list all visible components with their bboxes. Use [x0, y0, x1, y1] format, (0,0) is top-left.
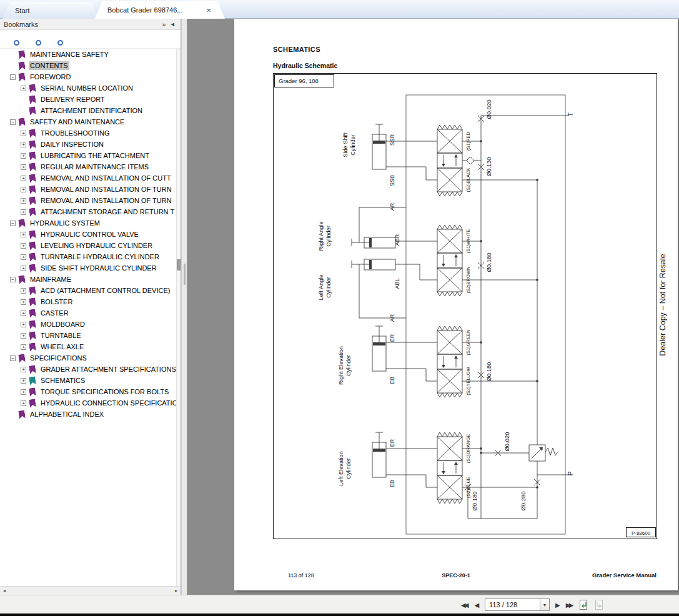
vertical-scroll-thumb[interactable]: [177, 259, 181, 271]
tab-close-icon[interactable]: ×: [205, 6, 212, 14]
bookmark-expander[interactable]: +: [21, 131, 26, 136]
bookmark-item[interactable]: + WHEEL AXLE: [0, 341, 177, 352]
bookmark-item[interactable]: MAINTENANCE SAFETY: [0, 49, 177, 60]
previous-view-button[interactable]: [579, 599, 589, 610]
bookmark-expander[interactable]: +: [21, 153, 26, 159]
magnifier-icon: [14, 40, 19, 46]
last-page-button[interactable]: ▶▶: [566, 602, 573, 609]
bookmark-icon: [29, 106, 36, 115]
bookmark-expander[interactable]: +: [21, 86, 26, 91]
bookmark-item[interactable]: + SIDE SHIFT HYDRAULIC CYLINDER: [0, 262, 177, 274]
bookmark-expander[interactable]: +: [21, 367, 26, 372]
bookmark-icon: [18, 61, 26, 70]
bookmark-item[interactable]: + REMOVAL AND INSTALLATION OF CUTT: [0, 172, 177, 184]
bookmark-item[interactable]: + LUBRICATING THE ATTACHMENT: [0, 150, 177, 161]
bookmark-item[interactable]: ALPHABETICAL INDEX: [0, 409, 177, 420]
bookmark-item[interactable]: + BOLSTER: [0, 296, 177, 307]
bookmark-expander[interactable]: +: [21, 254, 26, 260]
bookmark-item[interactable]: − FOREWORD: [0, 71, 177, 82]
bookmark-item[interactable]: + DAILY INSPECTION: [0, 139, 177, 150]
bookmark-item[interactable]: + SERIAL NUMBER LOCATION: [0, 82, 177, 94]
bookmark-expander[interactable]: −: [10, 355, 16, 361]
bookmark-icon: [29, 331, 36, 340]
bookmark-expander[interactable]: +: [21, 243, 26, 249]
valve-solenoid-label: (S1)ORANGE: [465, 434, 471, 464]
bookmark-icon: [18, 117, 26, 126]
bookmark-label: HYDRAULIC CONNECTION SPECIFICATIO: [39, 399, 177, 407]
bookmark-item[interactable]: − MAINFRAME: [0, 274, 177, 285]
bookmark-item[interactable]: + TORQUE SPECIFICATIONS FOR BOLTS: [0, 386, 177, 397]
bookmark-item[interactable]: − HYDRAULIC SYSTEM: [0, 217, 177, 229]
bookmark-expander[interactable]: +: [21, 310, 26, 316]
scroll-right-arrow-icon[interactable]: ▸: [172, 588, 181, 594]
part-ref-label: P-88600: [632, 530, 651, 536]
bookmark-item[interactable]: DELIVERY REPORT: [0, 94, 177, 105]
bookmark-expander[interactable]: +: [21, 164, 26, 170]
bookmark-expander[interactable]: +: [21, 209, 26, 215]
bookmark-item[interactable]: + GRADER ATTACHMENT SPECIFICATIONS: [0, 364, 177, 375]
bookmark-expander[interactable]: −: [10, 277, 16, 282]
splitter-grip[interactable]: [184, 264, 186, 285]
bookmark-expander[interactable]: +: [21, 333, 26, 339]
bookmark-item[interactable]: + HYDRAULIC CONNECTION SPECIFICATIO: [0, 397, 177, 409]
bookmark-item[interactable]: + TURNTABLE: [0, 330, 177, 341]
tab-start[interactable]: Start: [2, 2, 99, 19]
next-page-button[interactable]: ▶: [555, 602, 560, 609]
bookmark-label: SERIAL NUMBER LOCATION: [39, 84, 134, 92]
bookmark-item[interactable]: + REMOVAL AND INSTALLATION OF TURN: [0, 184, 177, 195]
bookmark-expander[interactable]: −: [10, 221, 16, 226]
bookmark-expander[interactable]: +: [21, 322, 26, 327]
page-dropdown-button[interactable]: ▾: [540, 599, 549, 610]
bookmark-search-icon[interactable]: [9, 34, 17, 44]
bookmark-expander[interactable]: +: [21, 187, 26, 192]
bookmark-expander[interactable]: +: [21, 389, 26, 395]
bookmark-expander[interactable]: +: [21, 378, 26, 384]
bookmark-icon: [29, 207, 36, 216]
bookmark-item[interactable]: + LEVELING HYDRAULIC CYLINDER: [0, 240, 177, 251]
bookmark-expander[interactable]: +: [21, 198, 26, 204]
bookmark-item[interactable]: CONTENTS: [0, 60, 177, 71]
bookmark-item[interactable]: + SCHEMATICS: [0, 375, 177, 386]
panel-splitter[interactable]: [181, 19, 187, 595]
next-view-button[interactable]: [595, 599, 605, 610]
bookmark-icon: [29, 365, 36, 374]
bookmarks-menu-button[interactable]: »: [159, 21, 168, 28]
bookmark-expander[interactable]: +: [21, 400, 26, 406]
bookmark-label: DELIVERY REPORT: [39, 95, 106, 104]
bookmark-item[interactable]: + HYDRAULIC CONTROL VALVE: [0, 229, 177, 240]
bookmark-item[interactable]: + ATTACHMENT STORAGE AND RETURN T: [0, 206, 177, 217]
previous-page-button[interactable]: ◀: [474, 602, 479, 609]
bookmark-item[interactable]: ATTACHMENT IDENTIFICATION: [0, 105, 177, 116]
collapse-panel-button[interactable]: ◂: [168, 20, 177, 28]
bookmark-expander[interactable]: +: [21, 288, 26, 294]
bookmark-item[interactable]: − SPECIFICATIONS: [0, 352, 177, 364]
bookmark-expander[interactable]: +: [21, 299, 26, 305]
bookmark-expander[interactable]: −: [10, 74, 16, 80]
cylinder-label: Cylinder: [325, 226, 332, 247]
page-number-input[interactable]: 113 / 128: [485, 599, 540, 610]
scroll-left-arrow-icon[interactable]: ◂: [0, 588, 9, 594]
bookmark-item[interactable]: + ACD (ATTACHMENT CONTROL DEVICE): [0, 285, 177, 296]
bookmark-item[interactable]: + MOLDBOARD: [0, 319, 177, 330]
bookmark-item[interactable]: − SAFETY AND MAINTENANCE: [0, 116, 177, 127]
bookmark-item[interactable]: + REMOVAL AND INSTALLATION OF TURN: [0, 195, 177, 206]
bookmark-expander[interactable]: +: [21, 266, 26, 271]
cylinder-label: Left Angle: [318, 275, 324, 301]
bookmark-item[interactable]: + TROUBLESHOOTING: [0, 127, 177, 139]
bookmark-label: SPECIFICATIONS: [29, 354, 88, 362]
bookmark-item[interactable]: + CASTER: [0, 307, 177, 319]
bookmark-expander[interactable]: +: [21, 176, 26, 181]
bookmark-locate-icon[interactable]: [52, 34, 61, 44]
bookmark-expander[interactable]: +: [21, 142, 26, 147]
bookmark-expander[interactable]: +: [21, 232, 26, 237]
bookmark-item[interactable]: + TURNTABLE HYDRAULIC CYLINDER: [0, 251, 177, 262]
bookmark-expand-icon[interactable]: [31, 34, 39, 44]
bookmark-expander[interactable]: −: [10, 119, 16, 125]
bookmark-label: HYDRAULIC SYSTEM: [29, 219, 101, 227]
bookmarks-vertical-scrollbar[interactable]: [176, 49, 181, 586]
bookmark-expander[interactable]: +: [21, 344, 26, 350]
tab-document[interactable]: Bobcat Grader 698746... ×: [95, 1, 225, 19]
bookmark-item[interactable]: + REGULAR MAINTENANCE ITEMS: [0, 161, 177, 172]
first-page-button[interactable]: ◀◀: [461, 602, 468, 609]
bookmarks-horizontal-scrollbar[interactable]: ◂ ▸: [0, 586, 181, 595]
